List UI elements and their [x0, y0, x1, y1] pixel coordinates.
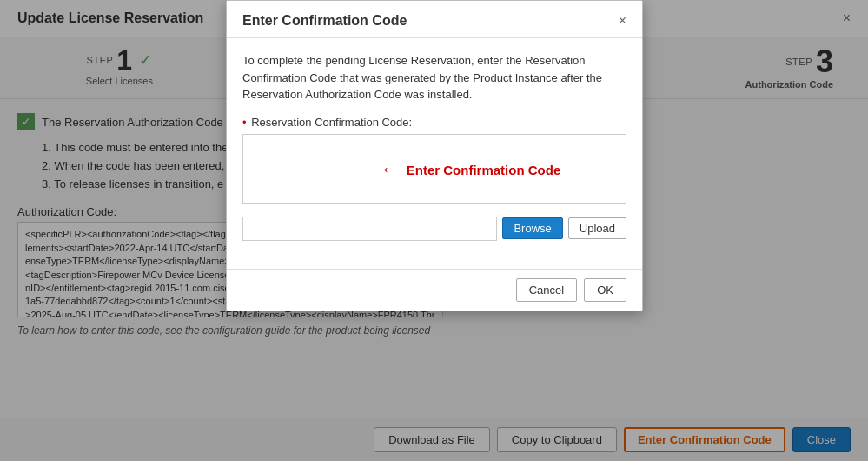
- browse-button[interactable]: Browse: [502, 217, 562, 239]
- modal-title: Enter Confirmation Code: [242, 13, 407, 29]
- confirmation-code-input[interactable]: [242, 134, 626, 204]
- confirmation-code-area: ← Enter Confirmation Code: [242, 134, 626, 206]
- ok-button[interactable]: OK: [584, 278, 626, 302]
- required-star: •: [242, 116, 247, 129]
- field-label: • Reservation Confirmation Code:: [242, 116, 626, 129]
- modal-header: Enter Confirmation Code ×: [227, 1, 642, 38]
- field-label-text: Reservation Confirmation Code:: [251, 116, 412, 129]
- upload-button[interactable]: Upload: [568, 217, 626, 239]
- modal-description: To complete the pending License Reservat…: [242, 52, 626, 104]
- modal-dialog: Enter Confirmation Code × To complete th…: [226, 0, 643, 311]
- modal-footer: Cancel OK: [227, 269, 642, 311]
- file-path-input[interactable]: [242, 217, 497, 241]
- modal-body: To complete the pending License Reservat…: [227, 38, 642, 269]
- file-upload-row: Browse Upload: [242, 217, 626, 241]
- cancel-button[interactable]: Cancel: [516, 278, 577, 302]
- modal-close-button[interactable]: ×: [619, 14, 626, 28]
